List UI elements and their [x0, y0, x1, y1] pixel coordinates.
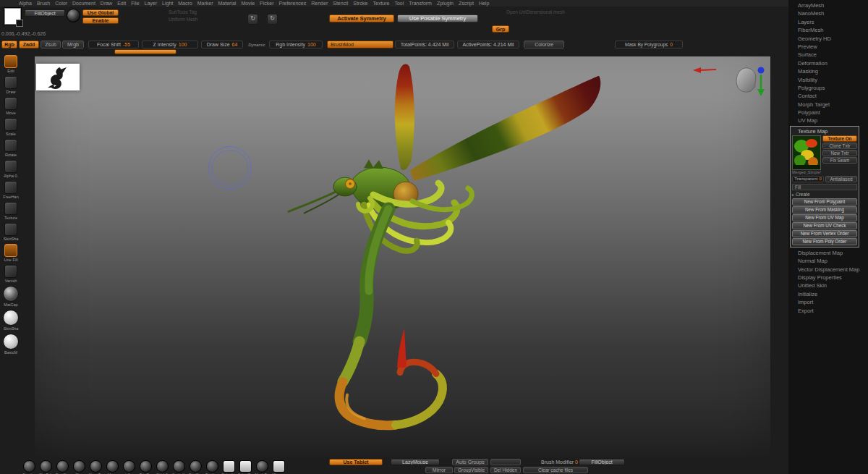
brush-thumbnail[interactable]: Mirror a [271, 460, 286, 474]
menu-item[interactable]: Material [218, 1, 236, 6]
texture-create-button[interactable]: New From Masking [792, 206, 857, 213]
brush-thumbnail[interactable]: DamSta [55, 460, 69, 474]
colorize-button[interactable]: Colorize [524, 41, 564, 48]
brush-thumbnail[interactable]: Move To [88, 460, 103, 474]
nav-gizmo[interactable] [693, 65, 765, 98]
brush-thumbnail[interactable]: SelectRe [238, 460, 252, 474]
right-menu-item[interactable]: Displacement Map [788, 249, 868, 257]
menu-item[interactable]: Marker [197, 1, 213, 6]
mask-by-polygroups-slider[interactable]: Mask By Polygroups 0 [615, 41, 683, 48]
menu-item[interactable]: Texture [373, 1, 389, 6]
left-shelf-item[interactable]: Vanish [0, 265, 22, 283]
right-menu-item[interactable]: Polypaint [788, 109, 868, 117]
left-shelf-item[interactable]: Rotate [0, 139, 22, 157]
new-txtr-button[interactable]: New Txtr [822, 150, 857, 156]
menu-item[interactable]: Brush [37, 1, 50, 6]
fill-object-button[interactable]: FillObject [25, 9, 65, 17]
brush-thumbnail[interactable]: SelectLa [221, 460, 236, 474]
menu-item[interactable]: Light [162, 1, 173, 6]
left-shelf-item[interactable]: SkinSha [0, 223, 22, 241]
del-hidden-button[interactable]: Del Hidden [490, 467, 521, 473]
left-shelf-item[interactable]: BasicM [0, 334, 22, 355]
left-shelf-item[interactable]: Move [0, 97, 22, 115]
antialiased-button[interactable]: Antialiased [825, 176, 857, 182]
focal-shift-slider[interactable]: Focal Shift -55 [88, 41, 139, 48]
brush-thumbnail[interactable]: Standar [22, 460, 36, 474]
use-global-button[interactable]: Use Global [82, 9, 119, 16]
draw-size-slider[interactable]: Draw Size 64 [201, 41, 243, 48]
rgb-intensity-slider[interactable]: Rgb Intensity 100 [269, 41, 323, 48]
right-menu-item[interactable]: Morph Target [788, 101, 868, 109]
left-shelf-item[interactable]: Texture [0, 202, 22, 220]
left-shelf-item[interactable]: SkinSha [0, 310, 22, 331]
brush-thumbnail[interactable]: TrimLas [205, 460, 219, 474]
use-posable-symmetry-button[interactable]: Use Posable Symmetry [397, 14, 478, 22]
transparent-slider[interactable]: Transparent 0 [792, 176, 824, 182]
clear-cache-button[interactable]: Clear cache files [523, 467, 588, 473]
lazymouse-button[interactable]: LazyMouse [391, 459, 440, 465]
right-menu-item[interactable]: NanoMesh [788, 9, 868, 17]
menu-item[interactable]: Layer [145, 1, 158, 6]
right-menu-item[interactable]: Deformation [788, 59, 868, 67]
menu-item[interactable]: Tool [394, 1, 404, 6]
draw-size-bar[interactable] [114, 49, 176, 54]
menu-item[interactable]: Alpha [19, 1, 32, 6]
right-menu-item[interactable]: Preview [788, 43, 868, 51]
right-menu-item[interactable]: Masking [788, 67, 868, 75]
right-menu-item[interactable]: Unified Skin [788, 282, 868, 289]
right-menu-item[interactable]: ArrayMesh [788, 1, 868, 9]
texture-on-button[interactable]: Texture On [822, 135, 857, 142]
mrgb-button[interactable]: Mrgb [62, 41, 84, 48]
fill-button[interactable]: Fill [792, 184, 857, 190]
texture-thumbnail[interactable] [792, 135, 821, 170]
zadd-button[interactable]: Zadd [19, 41, 39, 48]
brush-thumbnail[interactable]: TrimDy [138, 460, 153, 474]
wasp-model[interactable] [35, 56, 770, 457]
right-menu-item[interactable]: Surface [788, 51, 868, 59]
left-shelf-item[interactable]: FreeHan [0, 181, 22, 199]
menu-item[interactable]: Render [311, 1, 328, 6]
menu-item[interactable]: Macro [178, 1, 192, 6]
menu-item[interactable]: Color [55, 1, 67, 6]
menu-item[interactable]: Help [479, 1, 489, 6]
brush-thumbnail[interactable]: Clay [72, 460, 86, 474]
color-picker-sphere-icon[interactable] [67, 9, 80, 22]
right-menu-item[interactable]: FiberMesh [788, 26, 868, 34]
left-shelf-item[interactable]: Alpha 0. [0, 160, 22, 178]
viewport-canvas[interactable] [35, 56, 770, 457]
right-menu-item[interactable]: Contact [788, 92, 868, 100]
menu-item[interactable]: Document [72, 1, 95, 6]
clone-txtr-button[interactable]: Clone Txtr [822, 143, 857, 149]
menu-item[interactable]: Stencil [333, 1, 348, 6]
right-menu-item[interactable]: Display Properties [788, 274, 868, 282]
texture-map-title[interactable]: Texture Map [792, 128, 857, 135]
left-shelf-item[interactable]: Edit [0, 55, 22, 73]
right-menu-item[interactable]: Polygroups [788, 84, 868, 92]
secondary-color-swatch[interactable] [16, 20, 23, 27]
rgb-button[interactable]: Rgb [1, 41, 17, 48]
mirror-button[interactable]: Mirror [425, 467, 453, 473]
right-menu-item[interactable]: UV Map [788, 117, 868, 124]
menu-item[interactable]: Movie [241, 1, 255, 6]
right-menu-item[interactable]: Export [788, 307, 868, 315]
brush-thumbnail[interactable]: Stitch3 [155, 460, 169, 474]
menu-item[interactable]: Draw [101, 1, 112, 6]
auto-groups-button[interactable]: Auto Groups [452, 459, 488, 465]
unlabeled-button[interactable] [490, 459, 521, 465]
dynamic-label[interactable]: Dynamic [246, 41, 268, 48]
menu-item[interactable]: Stroke [353, 1, 367, 6]
brushmod-slider[interactable]: BrushMod [327, 41, 393, 48]
left-shelf-item[interactable]: Scale [0, 118, 22, 136]
refresh-icon[interactable]: ↻ [267, 14, 278, 25]
right-menu-item[interactable]: Import [788, 298, 868, 306]
brush-thumbnail[interactable]: TrimCur [188, 460, 203, 474]
left-shelf-item[interactable]: MatCap [0, 286, 22, 307]
brush-thumbnail[interactable]: Move [105, 460, 119, 474]
texture-create-button[interactable]: New From UV Map [792, 214, 857, 221]
fill-object-button[interactable]: FillObject [579, 459, 625, 465]
grp-button[interactable]: Grp [492, 25, 509, 33]
enable-button[interactable]: Enable [82, 17, 119, 24]
group-visible-button[interactable]: GroupVisible [454, 467, 488, 473]
menu-item[interactable]: Zscript [459, 1, 474, 6]
color-swatch[interactable] [4, 8, 21, 25]
